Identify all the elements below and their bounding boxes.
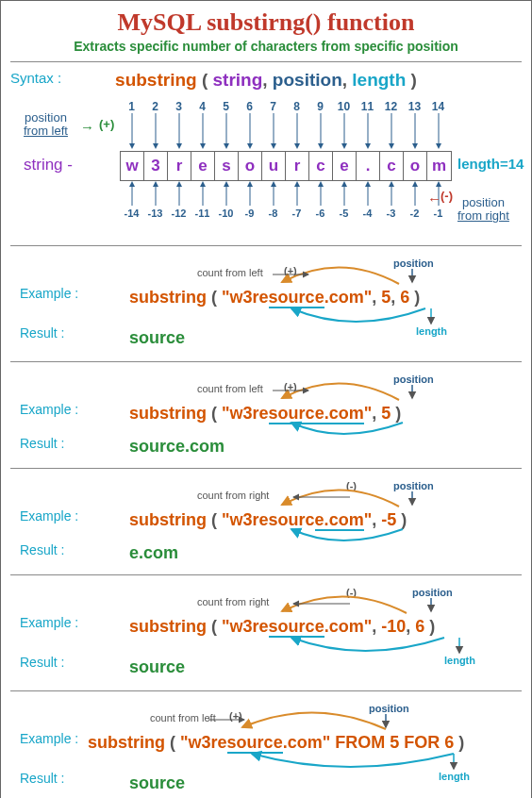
example-expression: substring ( "w3resource.com", 5 ) (129, 404, 522, 424)
count-from-note: count from left (197, 383, 263, 394)
example-block: Example :Result :count from left(+)posit… (10, 699, 522, 798)
bottom-index-row: -14-13-12-11-10-9-8-7-6-5-4-3-2-1 (120, 208, 450, 219)
count-from-note: count from left (150, 712, 216, 723)
string-diagram: position from left (+) → 123456789101112… (10, 96, 522, 238)
bottom-arrows (120, 181, 450, 208)
sign-note: (-) (346, 587, 357, 598)
length-label: length=14 (457, 156, 524, 172)
result-value: source (129, 328, 522, 348)
example-label: Example : (20, 615, 78, 630)
example-label: Example : (20, 508, 78, 524)
example-label: Example : (20, 731, 78, 746)
example-expression: substring ( "w3resource.com", -10, 6 ) (129, 617, 522, 637)
svg-marker-19 (341, 143, 347, 149)
position-note: position (393, 374, 434, 385)
divider (10, 61, 522, 62)
svg-marker-17 (318, 143, 324, 149)
result-value: source.com (129, 437, 522, 457)
syntax-expression: substring ( string, position, length ) (10, 70, 522, 91)
char-cell: m (427, 152, 451, 180)
arrow-right-icon: → (80, 119, 94, 135)
example-block: Example :Result :count from left(+)posit… (10, 254, 522, 354)
char-cell: c (309, 152, 333, 180)
char-cell: w (121, 152, 144, 180)
example-block: Example :Result :count from left(+)posit… (10, 370, 522, 460)
svg-marker-13 (271, 143, 276, 149)
position-note: position (369, 703, 409, 714)
char-cell: e (191, 152, 215, 180)
example-label: Example : (20, 402, 78, 417)
example-label: Example : (20, 286, 78, 301)
result-label: Result : (20, 771, 64, 786)
char-cell: o (404, 152, 427, 180)
examples-container: Example :Result :count from left(+)posit… (10, 254, 522, 798)
position-note: position (393, 480, 434, 491)
position-from-left-label: position from left (24, 111, 68, 138)
char-cell: s (215, 152, 239, 180)
count-from-note: count from left (197, 267, 263, 278)
count-from-note: count from right (197, 490, 269, 501)
arg-string: string (213, 70, 263, 90)
example-block: Example :Result :count from right(-)posi… (10, 476, 522, 567)
svg-marker-25 (412, 143, 418, 149)
result-label: Result : (20, 655, 64, 670)
example-expression: substring ( "w3resource.com", -5 ) (129, 510, 522, 530)
minus-sign: (-) (441, 189, 453, 203)
svg-marker-15 (294, 143, 300, 149)
svg-marker-21 (365, 143, 371, 149)
sign-note: (-) (346, 480, 357, 491)
length-note: length (416, 325, 447, 337)
sign-note: (+) (284, 381, 297, 392)
length-note: length (439, 771, 470, 782)
svg-marker-7 (200, 143, 206, 149)
plus-sign: (+) (99, 117, 114, 131)
example-block: Example :Result :count from right(-)posi… (10, 583, 522, 683)
position-from-right-label: position from right (457, 196, 509, 223)
close-paren: ) (411, 70, 417, 90)
page-subtitle: Extracts specific number of characters f… (10, 39, 522, 54)
count-from-note: count from right (197, 596, 269, 607)
divider (10, 690, 522, 691)
char-cell: e (333, 152, 357, 180)
char-cell: o (239, 152, 262, 180)
syntax-label: Syntax : (10, 70, 61, 86)
char-cell: 3 (144, 152, 168, 180)
char-cell: c (380, 152, 404, 180)
svg-marker-23 (389, 143, 394, 149)
result-label: Result : (20, 325, 64, 341)
position-note: position (412, 587, 453, 598)
arg-length: length (352, 70, 406, 90)
svg-marker-5 (176, 143, 182, 149)
page: MySQL substirng() function Extracts spec… (0, 0, 532, 798)
position-note: position (393, 258, 434, 269)
svg-marker-27 (436, 143, 441, 149)
char-cell: . (357, 152, 380, 180)
svg-marker-9 (224, 143, 229, 149)
length-note: length (444, 655, 475, 666)
arg-position: position (273, 70, 342, 90)
divider (10, 468, 522, 469)
svg-marker-3 (153, 143, 158, 149)
open-paren: ( (202, 70, 208, 90)
fn-name: substring (115, 70, 197, 90)
svg-marker-11 (247, 143, 253, 149)
arrow-left-icon: ← (427, 191, 441, 207)
sign-note: (+) (284, 265, 297, 276)
svg-marker-1 (129, 143, 135, 149)
top-index-row: 1234567891011121314 (120, 100, 450, 113)
example-expression: substring ( "w3resource.com", 5, 6 ) (129, 288, 522, 308)
result-label: Result : (20, 436, 64, 451)
page-title: MySQL substirng() function (10, 8, 522, 37)
divider (10, 245, 522, 246)
char-grid: w3resource.com (120, 151, 452, 181)
result-label: Result : (20, 542, 64, 557)
result-value: e.com (129, 543, 522, 563)
char-cell: r (168, 152, 191, 180)
divider (10, 574, 522, 575)
divider (10, 361, 522, 362)
top-arrows (120, 113, 450, 152)
char-cell: r (286, 152, 309, 180)
string-label: string - (24, 156, 73, 175)
char-cell: u (262, 152, 286, 180)
syntax-section: Syntax : substring ( string, position, l… (10, 70, 522, 91)
